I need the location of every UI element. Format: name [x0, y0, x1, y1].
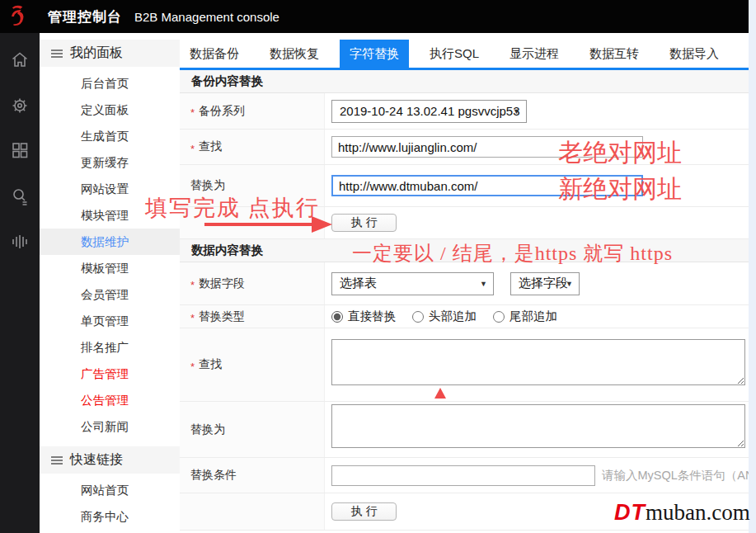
form-row-replace-url: 替换为 — [180, 165, 749, 207]
app-subtitle: B2B Management console — [134, 10, 279, 24]
table-select[interactable]: 选择表 ▼ — [331, 272, 494, 295]
condition-label: 替换条件 — [180, 458, 325, 493]
backup-series-label: 备份系列 — [180, 93, 325, 129]
annotation-triangle-up-icon — [434, 388, 446, 399]
tab-data-restore[interactable]: 数据恢复 — [260, 40, 329, 68]
radio-label: 直接替换 — [348, 309, 396, 324]
sidebar-section-label: 快速链接 — [70, 451, 123, 469]
radio-label: 尾部追加 — [509, 309, 557, 324]
gear-icon[interactable] — [10, 96, 30, 116]
find-text-textarea[interactable] — [331, 339, 745, 385]
apps-grid-icon[interactable] — [10, 140, 30, 160]
watermark-domain: muban.com — [646, 500, 750, 525]
replace-type-label: 替换类型 — [180, 305, 325, 328]
annotation-arrow — [204, 223, 313, 226]
radio-prepend[interactable]: 头部追加 — [412, 309, 477, 324]
sidebar-item-update-cache[interactable]: 更新缓存 — [40, 149, 180, 176]
tab-show-process[interactable]: 显示进程 — [500, 40, 569, 68]
sidebar-section-label: 我的面板 — [70, 45, 123, 62]
chevron-down-icon: ▼ — [566, 280, 573, 288]
sidebar-item-ad-manage[interactable]: 广告管理 — [40, 361, 180, 387]
dragon-logo-icon — [7, 4, 32, 29]
field-select-value: 选择字段 — [519, 276, 568, 291]
condition-hint: 请输入MySQL条件语句（AND — [602, 468, 749, 483]
sidebar-section-my-panel[interactable]: 我的面板 — [40, 40, 180, 67]
replace-text-label: 替换为 — [180, 402, 325, 457]
tab-bar: 数据备份 数据恢复 字符替换 执行SQL 显示进程 数据互转 数据导入 — [180, 40, 749, 70]
sidebar-item-business-center[interactable]: 商务中心 — [40, 503, 180, 530]
radio-append-input[interactable] — [493, 311, 505, 323]
form-row-condition: 替换条件 请输入MySQL条件语句（AND — [180, 458, 749, 493]
sidebar-item-company-news[interactable]: 公司新闻 — [40, 413, 180, 440]
empty-label-cell — [180, 493, 325, 530]
replace-form: 备份内容替换 备份系列 2019-10-24 13.02.41 pgsvvcjp… — [180, 70, 749, 531]
find-text-label: 查找 — [180, 328, 325, 401]
chevron-down-icon: ▼ — [513, 107, 520, 116]
radio-append[interactable]: 尾部追加 — [493, 309, 557, 324]
sidebar-item-generate-home[interactable]: 生成首页 — [40, 123, 180, 149]
backup-series-select[interactable]: 2019-10-24 13.02.41 pgsvvcjp53 ▼ — [331, 100, 527, 123]
form-row-backup-series: 备份系列 2019-10-24 13.02.41 pgsvvcjp53 ▼ — [180, 93, 749, 130]
menu-icon — [51, 455, 63, 465]
find-url-input[interactable] — [331, 136, 643, 158]
top-bar: 管理控制台 B2B Management console — [0, 0, 749, 33]
dtmuban-watermark: DTmuban.com — [614, 500, 750, 526]
home-icon[interactable] — [10, 50, 30, 69]
tab-string-replace[interactable]: 字符替换 — [340, 40, 409, 68]
sidebar-item-member-manage[interactable]: 会员管理 — [40, 281, 180, 308]
form-row-replace-text: 替换为 — [180, 402, 749, 458]
form-row-find-text: 查找 — [180, 328, 749, 402]
form-row-data-field: 数据字段 选择表 ▼ 选择字段 ▼ — [180, 262, 749, 305]
radio-direct-replace[interactable]: 直接替换 — [331, 309, 396, 324]
radio-label: 头部追加 — [429, 309, 477, 324]
data-execute-button[interactable]: 执 行 — [331, 502, 397, 521]
section-title-data-replace: 数据内容替换 — [180, 239, 749, 262]
replace-url-label: 替换为 — [180, 165, 325, 206]
tab-data-convert[interactable]: 数据互转 — [580, 40, 649, 68]
icon-rail — [0, 33, 40, 533]
stats-bars-icon[interactable] — [10, 232, 30, 252]
sidebar-item-website-home[interactable]: 网站首页 — [40, 477, 180, 503]
field-select[interactable]: 选择字段 ▼ — [510, 272, 580, 295]
menu-icon — [51, 49, 63, 59]
sidebar-item-ranking-promo[interactable]: 排名推广 — [40, 334, 180, 361]
sidebar-section-quick-links[interactable]: 快速链接 — [40, 446, 180, 474]
find-url-label: 查找 — [180, 130, 325, 164]
sidebar-item-logout[interactable]: 安全退出 — [40, 530, 180, 533]
sidebar-item-site-settings[interactable]: 网站设置 — [40, 176, 180, 202]
sidebar-item-module-manage[interactable]: 模块管理 — [40, 202, 180, 229]
tab-execute-sql[interactable]: 执行SQL — [420, 40, 489, 68]
chevron-down-icon: ▼ — [480, 280, 487, 288]
sidebar-item-backend-home[interactable]: 后台首页 — [40, 70, 180, 97]
backup-series-value: 2019-10-24 13.02.41 pgsvvcjp53 — [340, 104, 520, 118]
radio-prepend-input[interactable] — [412, 311, 424, 323]
form-row-replace-type: 替换类型 直接替换 头部追加 尾部追加 — [180, 305, 749, 328]
b2b-management-console: 管理控制台 B2B Management console — [0, 0, 756, 533]
tab-data-backup[interactable]: 数据备份 — [180, 40, 249, 68]
sidebar: 我的面板 后台首页 定义面板 生成首页 更新缓存 网站设置 模块管理 数据维护 … — [40, 33, 180, 533]
sidebar-item-data-maintenance[interactable]: 数据维护 — [40, 229, 180, 255]
backup-execute-button[interactable]: 执 行 — [331, 214, 397, 232]
sidebar-item-page-manage[interactable]: 单页管理 — [40, 308, 180, 334]
form-row-find-url: 查找 — [180, 130, 749, 165]
table-select-value: 选择表 — [340, 276, 377, 291]
page-edge-strip — [749, 0, 756, 533]
sidebar-item-template-manage[interactable]: 模板管理 — [40, 255, 180, 281]
section-title-backup-replace: 备份内容替换 — [180, 70, 749, 93]
app-title: 管理控制台 — [48, 7, 122, 26]
replace-text-textarea[interactable] — [331, 404, 745, 448]
tab-data-import[interactable]: 数据导入 — [660, 40, 729, 68]
watermark-dt: DT — [614, 500, 646, 525]
radio-direct-replace-input[interactable] — [331, 311, 343, 323]
user-search-icon[interactable] — [10, 186, 30, 206]
sidebar-item-notice-manage[interactable]: 公告管理 — [40, 387, 180, 413]
replace-url-input[interactable] — [331, 175, 643, 196]
condition-input[interactable] — [331, 465, 595, 486]
annotation-arrow-head-icon — [312, 216, 332, 233]
sidebar-item-define-panel[interactable]: 定义面板 — [40, 97, 180, 123]
data-field-label: 数据字段 — [180, 262, 325, 304]
